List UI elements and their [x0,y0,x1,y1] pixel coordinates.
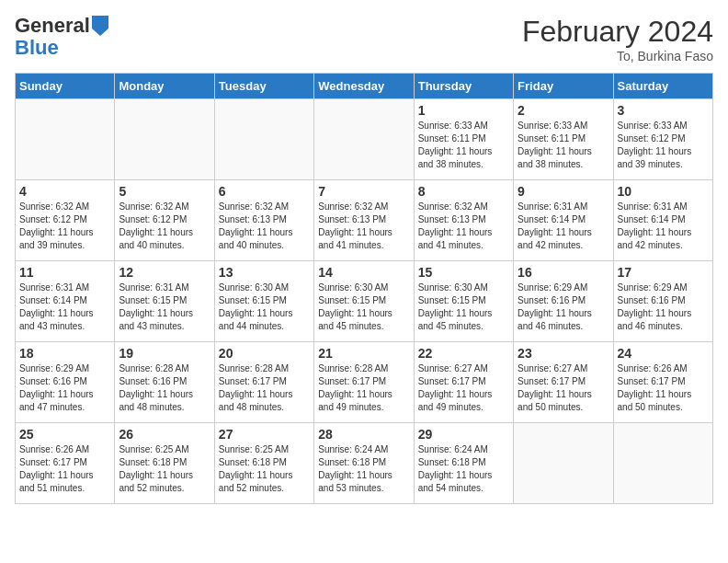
day-cell-1: 1Sunrise: 6:33 AM Sunset: 6:11 PM Daylig… [414,99,513,180]
day-number: 17 [618,265,709,280]
empty-cell [214,99,313,180]
day-cell-29: 29Sunrise: 6:24 AM Sunset: 6:18 PM Dayli… [414,423,513,504]
day-cell-26: 26Sunrise: 6:25 AM Sunset: 6:18 PM Dayli… [115,423,214,504]
day-info: Sunrise: 6:30 AM Sunset: 6:15 PM Dayligh… [219,282,310,333]
week-row-1: 1Sunrise: 6:33 AM Sunset: 6:11 PM Daylig… [16,99,713,180]
week-row-3: 11Sunrise: 6:31 AM Sunset: 6:14 PM Dayli… [16,261,713,342]
day-number: 1 [418,103,509,118]
day-number: 24 [618,346,709,361]
col-header-wednesday: Wednesday [314,74,414,99]
day-info: Sunrise: 6:32 AM Sunset: 6:13 PM Dayligh… [418,201,509,252]
logo: General Blue [15,15,108,59]
col-header-tuesday: Tuesday [214,74,313,99]
day-number: 29 [418,427,509,442]
day-number: 18 [19,346,110,361]
svg-marker-0 [92,16,108,36]
day-info: Sunrise: 6:29 AM Sunset: 6:16 PM Dayligh… [618,282,709,333]
day-cell-11: 11Sunrise: 6:31 AM Sunset: 6:14 PM Dayli… [16,261,115,342]
day-number: 25 [19,427,110,442]
empty-cell [314,99,414,180]
day-number: 14 [318,265,409,280]
day-info: Sunrise: 6:32 AM Sunset: 6:12 PM Dayligh… [19,201,110,252]
day-info: Sunrise: 6:33 AM Sunset: 6:12 PM Dayligh… [618,120,709,171]
day-number: 2 [518,103,609,118]
day-info: Sunrise: 6:25 AM Sunset: 6:18 PM Dayligh… [219,443,310,495]
day-number: 26 [119,427,210,442]
day-info: Sunrise: 6:32 AM Sunset: 6:13 PM Dayligh… [318,201,409,252]
day-number: 15 [418,265,509,280]
day-info: Sunrise: 6:26 AM Sunset: 6:17 PM Dayligh… [618,362,709,414]
week-row-4: 18Sunrise: 6:29 AM Sunset: 6:16 PM Dayli… [16,342,713,423]
day-info: Sunrise: 6:26 AM Sunset: 6:17 PM Dayligh… [19,443,110,495]
day-number: 7 [318,184,409,199]
logo-text-general: General [15,15,90,37]
col-header-thursday: Thursday [414,74,513,99]
day-cell-2: 2Sunrise: 6:33 AM Sunset: 6:11 PM Daylig… [514,99,613,180]
day-cell-18: 18Sunrise: 6:29 AM Sunset: 6:16 PM Dayli… [16,342,115,423]
col-header-monday: Monday [115,74,214,99]
logo-text-blue: Blue [15,36,59,59]
day-cell-24: 24Sunrise: 6:26 AM Sunset: 6:17 PM Dayli… [613,342,712,423]
day-cell-12: 12Sunrise: 6:31 AM Sunset: 6:15 PM Dayli… [115,261,214,342]
day-cell-10: 10Sunrise: 6:31 AM Sunset: 6:14 PM Dayli… [613,180,712,261]
col-header-saturday: Saturday [613,74,712,99]
day-number: 9 [518,184,609,199]
col-header-sunday: Sunday [16,74,115,99]
day-cell-16: 16Sunrise: 6:29 AM Sunset: 6:16 PM Dayli… [514,261,613,342]
day-number: 11 [19,265,110,280]
day-cell-13: 13Sunrise: 6:30 AM Sunset: 6:15 PM Dayli… [214,261,313,342]
day-number: 3 [618,103,709,118]
day-info: Sunrise: 6:27 AM Sunset: 6:17 PM Dayligh… [518,362,609,414]
week-row-5: 25Sunrise: 6:26 AM Sunset: 6:17 PM Dayli… [16,423,713,504]
empty-cell [514,423,613,504]
day-info: Sunrise: 6:29 AM Sunset: 6:16 PM Dayligh… [19,362,110,414]
col-header-friday: Friday [514,74,613,99]
day-info: Sunrise: 6:28 AM Sunset: 6:17 PM Dayligh… [219,362,310,414]
day-cell-20: 20Sunrise: 6:28 AM Sunset: 6:17 PM Dayli… [214,342,313,423]
day-info: Sunrise: 6:32 AM Sunset: 6:12 PM Dayligh… [119,201,210,252]
day-cell-8: 8Sunrise: 6:32 AM Sunset: 6:13 PM Daylig… [414,180,513,261]
day-cell-15: 15Sunrise: 6:30 AM Sunset: 6:15 PM Dayli… [414,261,513,342]
day-cell-9: 9Sunrise: 6:31 AM Sunset: 6:14 PM Daylig… [514,180,613,261]
day-number: 4 [19,184,110,199]
day-cell-23: 23Sunrise: 6:27 AM Sunset: 6:17 PM Dayli… [514,342,613,423]
day-cell-25: 25Sunrise: 6:26 AM Sunset: 6:17 PM Dayli… [16,423,115,504]
empty-cell [16,99,115,180]
calendar-table: SundayMondayTuesdayWednesdayThursdayFrid… [15,73,713,504]
day-info: Sunrise: 6:29 AM Sunset: 6:16 PM Dayligh… [518,282,609,333]
day-info: Sunrise: 6:33 AM Sunset: 6:11 PM Dayligh… [518,120,609,171]
day-number: 8 [418,184,509,199]
empty-cell [613,423,712,504]
day-cell-5: 5Sunrise: 6:32 AM Sunset: 6:12 PM Daylig… [115,180,214,261]
day-info: Sunrise: 6:25 AM Sunset: 6:18 PM Dayligh… [119,443,210,495]
day-number: 21 [318,346,409,361]
day-info: Sunrise: 6:31 AM Sunset: 6:15 PM Dayligh… [119,282,210,333]
day-info: Sunrise: 6:31 AM Sunset: 6:14 PM Dayligh… [518,201,609,252]
week-row-2: 4Sunrise: 6:32 AM Sunset: 6:12 PM Daylig… [16,180,713,261]
day-cell-22: 22Sunrise: 6:27 AM Sunset: 6:17 PM Dayli… [414,342,513,423]
day-info: Sunrise: 6:30 AM Sunset: 6:15 PM Dayligh… [418,282,509,333]
day-number: 12 [119,265,210,280]
day-number: 6 [219,184,310,199]
day-cell-21: 21Sunrise: 6:28 AM Sunset: 6:17 PM Dayli… [314,342,414,423]
day-info: Sunrise: 6:30 AM Sunset: 6:15 PM Dayligh… [318,282,409,333]
logo-icon [92,16,108,36]
header: General Blue February 2024 To, Burkina F… [15,15,713,63]
day-cell-14: 14Sunrise: 6:30 AM Sunset: 6:15 PM Dayli… [314,261,414,342]
day-info: Sunrise: 6:24 AM Sunset: 6:18 PM Dayligh… [418,443,509,495]
day-cell-27: 27Sunrise: 6:25 AM Sunset: 6:18 PM Dayli… [214,423,313,504]
day-number: 19 [119,346,210,361]
day-info: Sunrise: 6:33 AM Sunset: 6:11 PM Dayligh… [418,120,509,171]
day-number: 13 [219,265,310,280]
day-info: Sunrise: 6:31 AM Sunset: 6:14 PM Dayligh… [618,201,709,252]
calendar-header-row: SundayMondayTuesdayWednesdayThursdayFrid… [16,74,713,99]
day-number: 22 [418,346,509,361]
location-subtitle: To, Burkina Faso [522,49,713,63]
day-number: 20 [219,346,310,361]
day-number: 5 [119,184,210,199]
day-cell-19: 19Sunrise: 6:28 AM Sunset: 6:16 PM Dayli… [115,342,214,423]
day-number: 10 [618,184,709,199]
empty-cell [115,99,214,180]
day-number: 27 [219,427,310,442]
day-cell-28: 28Sunrise: 6:24 AM Sunset: 6:18 PM Dayli… [314,423,414,504]
